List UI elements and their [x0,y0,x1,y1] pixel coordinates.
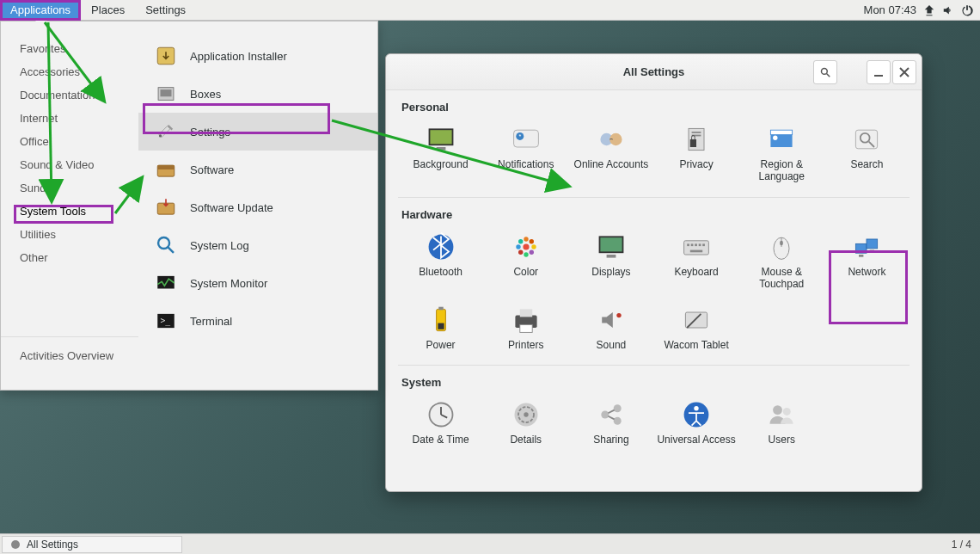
setting-icon [507,399,545,430]
app-icon [154,233,178,257]
setting-color[interactable]: Color [483,225,568,298]
setting-universal-access[interactable]: Universal Access [653,392,738,452]
svg-rect-57 [867,239,878,249]
power-tray-icon[interactable] [961,4,973,16]
settings-body: PersonalBackground*NotificationsOnline A… [386,90,922,491]
topbar-right: Mon 07:43 [864,3,980,16]
app-icon [154,157,178,182]
setting-online-accounts[interactable]: Online Accounts [568,117,653,190]
app-settings[interactable]: Settings [138,113,377,151]
setting-sound[interactable]: Sound [568,298,653,358]
svg-rect-17 [436,147,445,151]
setting-background[interactable]: Background [398,117,483,190]
setting-icon [677,399,715,430]
window-titlebar[interactable]: All Settings [386,54,922,90]
setting-icon [848,124,885,155]
setting-label: Sharing [593,434,628,446]
svg-rect-61 [438,306,443,310]
svg-point-39 [529,249,533,254]
app-application-installer[interactable]: Application Installer [138,37,377,75]
setting-label: Notifications [498,158,554,170]
setting-privacy[interactable]: Privacy [653,117,738,190]
svg-rect-5 [157,165,175,169]
category-other[interactable]: Other [1,246,138,269]
app-software[interactable]: Software [138,151,377,188]
category-favorites[interactable]: Favorites [1,37,138,60]
svg-point-84 [11,540,20,549]
category-accessories[interactable]: Accessories [1,60,138,83]
setting-label: Details [510,434,542,446]
category-system-tools[interactable]: System Tools [1,200,138,223]
setting-icon [507,231,545,262]
category-documentation[interactable]: Documentation [1,83,138,107]
svg-line-13 [827,73,830,77]
setting-label: Power [426,339,456,351]
bottom-panel: All Settings 1 / 4 [0,533,980,554]
setting-mouse-touchpad[interactable]: Mouse & Touchpad [739,225,824,298]
svg-point-41 [529,239,533,243]
setting-label: Search [850,158,883,170]
setting-printers[interactable]: Printers [483,298,568,358]
setting-label: Mouse & Touchpad [741,266,823,291]
svg-rect-26 [690,139,696,147]
close-button[interactable] [892,60,916,84]
svg-rect-59 [870,249,874,252]
setting-region-language[interactable]: Region & Language [739,117,824,190]
setting-label: Sound [597,339,627,351]
svg-point-3 [159,134,162,137]
setting-date-time[interactable]: Date & Time [398,392,483,452]
search-button[interactable] [813,60,837,84]
setting-displays[interactable]: Displays [568,225,653,298]
setting-icon [763,124,800,155]
activities-overview[interactable]: Activities Overview [1,337,138,374]
setting-wacom-tablet[interactable]: Wacom Tablet [653,298,738,358]
minimize-button[interactable] [867,60,891,84]
network-tray-icon[interactable] [923,4,935,16]
setting-network[interactable]: Network [824,225,910,298]
app-icon [154,44,178,68]
app-icon [154,271,178,295]
app-system-monitor[interactable]: System Monitor [138,264,377,302]
setting-icon: * [507,124,545,155]
volume-tray-icon[interactable] [942,4,954,16]
svg-point-75 [601,410,609,418]
setting-icon [507,305,545,335]
setting-notifications[interactable]: *Notifications [483,117,568,190]
app-boxes[interactable]: Boxes [138,75,377,113]
setting-details[interactable]: Details [483,392,568,452]
menu-settings[interactable]: Settings [135,0,196,20]
setting-icon [422,231,460,262]
svg-rect-48 [691,243,694,246]
setting-search[interactable]: Search [824,117,910,190]
setting-power[interactable]: Power [398,298,483,358]
svg-point-38 [524,237,528,241]
task-all-settings[interactable]: All Settings [2,536,182,553]
app-terminal[interactable]: >_Terminal [138,302,377,340]
setting-sharing[interactable]: Sharing [568,392,653,452]
setting-bluetooth[interactable]: Bluetooth [398,225,483,298]
svg-rect-47 [687,243,689,246]
menu-places[interactable]: Places [81,0,135,20]
app-label: Settings [190,126,230,138]
category-internet[interactable]: Internet [1,107,138,130]
app-label: Application Installer [190,50,287,63]
svg-rect-28 [771,130,793,134]
clock-label[interactable]: Mon 07:43 [864,3,916,16]
workspace-pager[interactable]: 1 / 4 [952,539,980,551]
svg-rect-62 [438,323,444,329]
setting-label: Privacy [679,158,713,170]
setting-icon [422,124,460,155]
app-system-log[interactable]: System Log [138,226,377,264]
app-software-update[interactable]: Software Update [138,188,377,226]
setting-label: Date & Time [413,434,469,446]
window-title: All Settings [623,65,685,78]
category-sundry[interactable]: Sundry [1,176,138,200]
setting-keyboard[interactable]: Keyboard [653,225,738,298]
menu-applications[interactable]: Applications [0,0,81,20]
svg-point-29 [773,136,777,140]
setting-users[interactable]: Users [739,392,824,452]
category-utilities[interactable]: Utilities [1,223,138,246]
category-office[interactable]: Office [1,130,138,153]
svg-point-82 [773,405,782,415]
category-sound-video[interactable]: Sound & Video [1,153,138,176]
